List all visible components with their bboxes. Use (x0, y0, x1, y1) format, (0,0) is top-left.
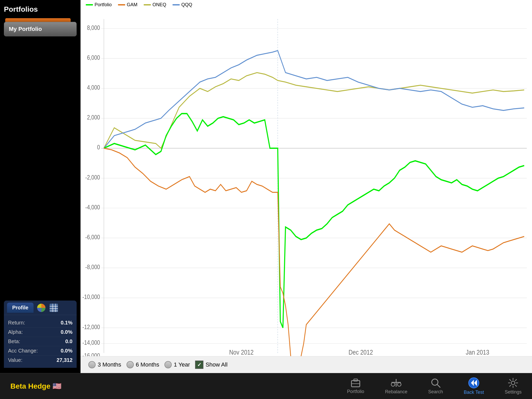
sidebar-title: Portfolios (4, 5, 77, 14)
nav-settings[interactable]: Settings (505, 377, 522, 395)
search-nav-label: Search (428, 389, 443, 395)
svg-rect-7 (81, 10, 532, 356)
rebalance-nav-icon (390, 378, 402, 388)
app-flag: 🇺🇸 (52, 382, 62, 390)
oneq-legend-dot (144, 4, 151, 5)
svg-point-44 (391, 383, 395, 386)
acc-change-value: 0.0% (61, 348, 72, 354)
alpha-value: 0.0% (61, 329, 72, 335)
svg-line-59 (509, 385, 511, 387)
six-months-label: 6 Months (136, 361, 159, 368)
legend-portfolio: Portfolio (86, 2, 112, 8)
svg-text:Dec 2012: Dec 2012 (349, 348, 373, 356)
rebalance-nav-label: Rebalance (385, 389, 407, 395)
oneq-legend-label: ONEQ (152, 2, 166, 8)
svg-text:Jan 2013: Jan 2013 (466, 348, 489, 356)
stat-value: Value: 27,312 (8, 356, 72, 365)
svg-text:Nov 2012: Nov 2012 (229, 348, 254, 356)
svg-point-51 (511, 381, 515, 385)
portfolio-button[interactable]: My Portfolio (4, 22, 77, 36)
svg-text:4,000: 4,000 (87, 84, 100, 91)
svg-text:-16,000: -16,000 (82, 352, 100, 356)
chart-area: 8,000 6,000 4,000 2,000 0 -2,000 -4,000 … (81, 10, 532, 356)
beta-label: Beta: (8, 338, 20, 344)
table-icon[interactable] (49, 303, 58, 312)
svg-text:-12,000: -12,000 (82, 323, 100, 330)
nav-search[interactable]: Search (428, 378, 443, 395)
performance-chart: 8,000 6,000 4,000 2,000 0 -2,000 -4,000 … (81, 10, 532, 356)
show-all-option[interactable]: ✓ Show All (195, 361, 227, 369)
nav-rebalance[interactable]: Rebalance (385, 378, 407, 395)
one-year-label: 1 Year (174, 361, 190, 368)
checkmark-icon: ✓ (197, 362, 202, 368)
alpha-label: Alpha: (8, 329, 23, 335)
legend-qqq: QQQ (172, 2, 192, 8)
svg-point-45 (397, 383, 401, 386)
svg-text:-4,000: -4,000 (85, 204, 100, 211)
chart-legend: Portfolio GAM ONEQ QQQ (81, 0, 532, 10)
value-amount: 27,312 (57, 357, 72, 363)
profile-tabs: Profile (4, 301, 77, 315)
nav-backtest[interactable]: Back Test (464, 377, 484, 395)
backtest-nav-icon (467, 377, 480, 389)
qqq-legend-label: QQQ (181, 2, 192, 8)
profile-stats: Return: 0.1% Alpha: 0.0% Beta: 0.0 Acc C… (4, 315, 77, 368)
six-months-radio[interactable] (127, 361, 134, 368)
svg-line-56 (509, 379, 511, 381)
main-layout: Portfolios My Portfolio Profile (0, 0, 532, 373)
svg-text:-8,000: -8,000 (85, 263, 100, 270)
six-months-option[interactable]: 6 Months (127, 361, 159, 368)
value-label: Value: (8, 357, 22, 363)
sidebar: Portfolios My Portfolio Profile (0, 0, 81, 373)
settings-nav-icon (508, 377, 518, 388)
gam-legend-dot (118, 4, 125, 5)
svg-text:6,000: 6,000 (87, 54, 100, 61)
settings-nav-label: Settings (505, 389, 522, 395)
nav-items: Portfolio Rebalance Search Ba (347, 377, 522, 395)
svg-rect-1 (50, 304, 58, 312)
svg-point-46 (432, 379, 438, 385)
three-months-label: 3 Months (98, 361, 121, 368)
qqq-legend-dot (172, 4, 180, 5)
portfolio-nav-icon (350, 378, 361, 388)
svg-text:-2,000: -2,000 (85, 174, 100, 181)
return-value: 0.1% (61, 320, 72, 326)
return-label: Return: (8, 320, 25, 326)
show-all-checkbox[interactable]: ✓ (195, 361, 203, 369)
app-brand: Beta Hedge 🇺🇸 (10, 382, 62, 390)
three-months-option[interactable]: 3 Months (88, 361, 121, 368)
beta-value: 0.0 (65, 338, 72, 344)
svg-text:8,000: 8,000 (87, 24, 100, 31)
svg-text:2,000: 2,000 (87, 114, 100, 121)
stat-acc-change: Acc Change: 0.0% (8, 346, 72, 356)
svg-text:-6,000: -6,000 (85, 234, 100, 241)
svg-text:-14,000: -14,000 (82, 339, 100, 346)
portfolio-legend-label: Portfolio (95, 2, 112, 8)
search-nav-icon (430, 378, 441, 388)
stat-alpha: Alpha: 0.0% (8, 328, 72, 337)
acc-change-label: Acc Change: (8, 348, 38, 354)
content-area: Portfolio GAM ONEQ QQQ (81, 0, 532, 373)
one-year-radio[interactable] (164, 361, 172, 368)
svg-line-57 (515, 385, 517, 387)
folder-tab (5, 18, 71, 22)
legend-oneq: ONEQ (144, 2, 166, 8)
time-controls: 3 Months 6 Months 1 Year ✓ Show All (81, 356, 532, 373)
profile-panel: Profile (4, 301, 77, 368)
legend-gam: GAM (118, 2, 137, 8)
svg-line-58 (515, 379, 517, 381)
gam-legend-label: GAM (127, 2, 137, 8)
nav-portfolio[interactable]: Portfolio (347, 378, 364, 394)
svg-text:0: 0 (97, 144, 100, 151)
svg-line-47 (437, 384, 440, 388)
app-title: Beta Hedge (10, 382, 50, 390)
backtest-nav-label: Back Test (464, 390, 484, 395)
profile-tab[interactable]: Profile (7, 303, 34, 313)
svg-rect-40 (354, 379, 357, 381)
portfolio-nav-label: Portfolio (347, 389, 364, 394)
portfolio-legend-dot (86, 4, 93, 5)
one-year-option[interactable]: 1 Year (164, 361, 190, 368)
three-months-radio[interactable] (88, 361, 96, 368)
pie-chart-icon[interactable] (37, 303, 46, 312)
bottom-nav: Beta Hedge 🇺🇸 Portfolio Rebalance (0, 373, 532, 399)
